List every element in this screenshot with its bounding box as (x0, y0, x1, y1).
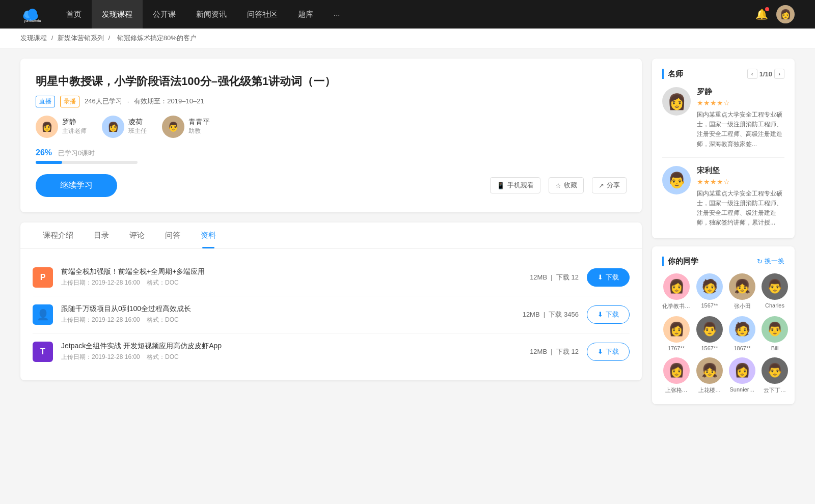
resource-item-1: 👤 跟随千万级项目从0到100全过程高效成长 上传日期：2019-12-28 1… (33, 296, 630, 333)
refresh-button[interactable]: ↻ 换一换 (757, 257, 784, 266)
action-row: 继续学习 📱 手机观看 ☆ 收藏 ↗ 分享 (36, 174, 627, 197)
student-item-1: 🧑 1567** (696, 273, 723, 310)
sidebar-teacher-0-desc: 国内某重点大学安全工程专业硕士，国家一级注册消防工程师、注册安全工程师、高级注册… (697, 110, 784, 149)
resource-item-0: P 前端全栈加强版！前端全栈+全周期+多端应用 上传日期：2019-12-28 … (33, 259, 630, 296)
student-item-0: 👩 化学教书… (662, 273, 690, 310)
nav-quiz[interactable]: 题库 (288, 0, 323, 29)
tab-intro[interactable]: 课程介绍 (33, 222, 84, 248)
collect-button[interactable]: ☆ 收藏 (549, 177, 584, 193)
nav-news[interactable]: 新闻资讯 (186, 0, 237, 29)
student-avatar-10[interactable]: 👩 (729, 357, 755, 384)
resource-size-2: 12MB (530, 348, 547, 355)
main-container: 明星中教授课，小学阶段语法100分–强化级第1讲动词（一） 直播 录播 246人… (0, 48, 815, 423)
resource-name-0: 前端全栈加强版！前端全栈+全周期+多端应用 (61, 267, 522, 276)
share-icon: ↗ (599, 182, 604, 189)
tab-comments[interactable]: 评论 (119, 222, 155, 248)
sidebar-teacher-1: 👨 宋利坚 ★★★★☆ 国内某重点大学安全工程专业硕士，国家一级注册消防工程师、… (662, 166, 784, 228)
student-avatar-9[interactable]: 👧 (696, 357, 723, 384)
nav-open[interactable]: 公开课 (143, 0, 186, 29)
student-avatar-4[interactable]: 👩 (663, 316, 690, 343)
student-name-6: 1867** (734, 345, 750, 351)
resource-meta-2: 上传日期：2019-12-28 16:00 格式：DOC (61, 353, 522, 361)
download-button-1[interactable]: ⬇ 下载 (587, 305, 630, 324)
resource-stats-1: 12MB | 下载 3456 (523, 310, 579, 319)
teacher-0: 👩 罗静 主讲老师 (36, 116, 87, 138)
student-item-5: 👨 1567** (696, 316, 723, 351)
student-avatar-1[interactable]: 🧑 (696, 273, 723, 300)
student-avatar-2[interactable]: 👧 (729, 273, 755, 300)
teacher-0-avatar: 👩 (36, 116, 58, 138)
student-name-1: 1567** (701, 302, 718, 309)
teachers-next-btn[interactable]: › (774, 69, 784, 79)
download-button-0[interactable]: ⬇ 下载 (587, 268, 630, 287)
sidebar-teacher-1-avatar: 👨 (662, 166, 691, 194)
resource-downloads-1: 下载 3456 (549, 311, 579, 318)
tabs-content: P 前端全栈加强版！前端全栈+全周期+多端应用 上传日期：2019-12-28 … (20, 249, 642, 380)
tab-resources[interactable]: 资料 (191, 222, 226, 248)
student-name-10: Sunnier… (730, 386, 755, 393)
resource-downloads-0: 下载 12 (556, 273, 579, 281)
refresh-label: 换一换 (765, 257, 784, 266)
resource-name-1: 跟随千万级项目从0到100全过程高效成长 (61, 304, 514, 314)
tab-qa[interactable]: 问答 (155, 222, 191, 248)
students-title: 你的同学 (662, 257, 698, 266)
download-icon-0: ⬇ (597, 273, 603, 281)
resource-icon-0: P (33, 267, 53, 288)
student-name-4: 1767** (668, 345, 685, 351)
student-avatar-11[interactable]: 👨 (762, 357, 788, 384)
mobile-watch-label: 手机观看 (507, 181, 534, 190)
sidebar-teacher-1-name: 宋利坚 (697, 166, 784, 176)
logo[interactable]: yunduoketang.com (20, 4, 41, 24)
resource-format-1: 格式：DOC (147, 316, 179, 323)
student-item-10: 👩 Sunnier… (729, 357, 755, 394)
nav-menu: 首页 发现课程 公开课 新闻资讯 问答社区 题库 ··· (56, 0, 755, 29)
action-buttons: 📱 手机观看 ☆ 收藏 ↗ 分享 (490, 177, 627, 193)
student-item-6: 🧑 1867** (729, 316, 755, 351)
student-avatar-5[interactable]: 👨 (696, 316, 723, 343)
resource-stats-2: 12MB | 下载 12 (530, 347, 579, 356)
breadcrumb-current: 销冠修炼术搞定80%的客户 (117, 34, 197, 42)
download-icon-1: ⬇ (597, 311, 603, 318)
resource-info-1: 跟随千万级项目从0到100全过程高效成长 上传日期：2019-12-28 16:… (61, 304, 514, 324)
user-avatar-nav[interactable]: 👩 (776, 5, 795, 23)
nav-more[interactable]: ··· (323, 0, 350, 29)
resource-info-0: 前端全栈加强版！前端全栈+全周期+多端应用 上传日期：2019-12-28 16… (61, 267, 522, 287)
teachers-prev-btn[interactable]: ‹ (747, 69, 757, 79)
nav-home[interactable]: 首页 (56, 0, 92, 29)
student-avatar-8[interactable]: 👩 (663, 357, 690, 384)
valid-until: 有效期至：2019–10–21 (134, 97, 204, 106)
student-name-7: Bill (771, 345, 779, 351)
download-label-2: 下载 (606, 347, 619, 356)
teacher-2-avatar: 👨 (162, 116, 184, 138)
navbar: yunduoketang.com 首页 发现课程 公开课 新闻资讯 问答社区 题… (0, 0, 815, 29)
resource-icon-1: 👤 (33, 304, 53, 325)
students-grid: 👩 化学教书… 🧑 1567** 👧 张小田 👨 Charles 👩 1767*… (662, 273, 784, 394)
student-avatar-7[interactable]: 👨 (762, 316, 788, 343)
breadcrumb-link-series[interactable]: 新媒体营销系列 (58, 34, 104, 42)
student-item-7: 👨 Bill (762, 316, 788, 351)
student-name-11: 云下丁… (764, 386, 786, 394)
resource-item-2: T Jetpack全组件实战 开发短视频应用高仿皮皮虾App 上传日期：2019… (33, 333, 630, 370)
mobile-watch-button[interactable]: 📱 手机观看 (490, 177, 540, 193)
student-avatar-6[interactable]: 🧑 (729, 316, 755, 343)
sidebar-teacher-0-name: 罗静 (697, 87, 784, 97)
svg-point-2 (28, 9, 37, 18)
student-name-8: 上张格… (665, 386, 688, 394)
breadcrumb-link-discover[interactable]: 发现课程 (20, 34, 47, 42)
teachers-page-num: 1/10 (759, 70, 772, 78)
badge-record: 录播 (60, 96, 79, 107)
content-left: 明星中教授课，小学阶段语法100分–强化级第1讲动词（一） 直播 录播 246人… (20, 59, 642, 412)
mobile-icon: 📱 (497, 182, 505, 189)
continue-button[interactable]: 继续学习 (36, 174, 117, 197)
breadcrumb-sep-1: / (51, 34, 55, 42)
student-item-2: 👧 张小田 (729, 273, 755, 310)
student-avatar-3[interactable]: 👨 (762, 273, 788, 300)
tabs-header: 课程介绍 目录 评论 问答 资料 (20, 222, 642, 249)
notification-bell[interactable]: 🔔 (755, 8, 768, 20)
tab-catalog[interactable]: 目录 (84, 222, 119, 248)
nav-discover[interactable]: 发现课程 (92, 0, 143, 29)
share-button[interactable]: ↗ 分享 (592, 177, 627, 193)
student-avatar-0[interactable]: 👩 (663, 273, 690, 300)
download-button-2[interactable]: ⬇ 下载 (587, 343, 630, 361)
nav-qa[interactable]: 问答社区 (237, 0, 288, 29)
